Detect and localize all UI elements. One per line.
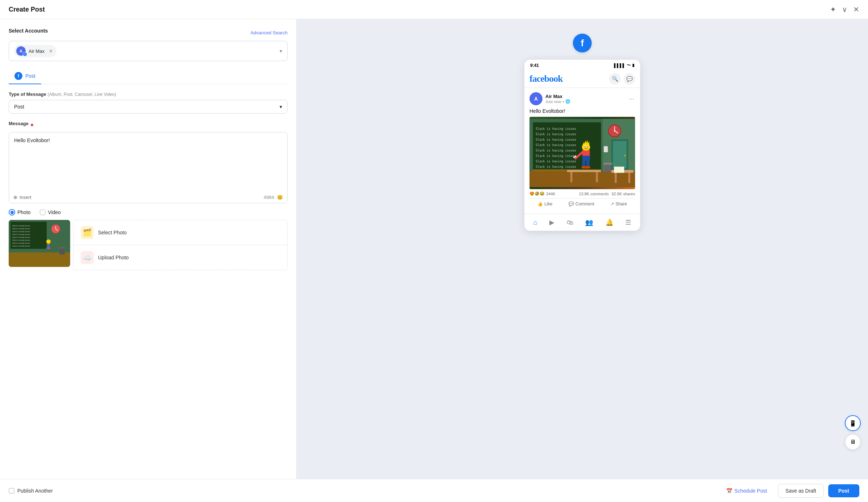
post-meta: Just now • 🌐 — [545, 99, 570, 104]
post-separator: • — [562, 99, 564, 104]
svg-text:Slack is having issues: Slack is having issues — [536, 127, 576, 131]
nav-play-icon[interactable]: ▶ — [548, 217, 556, 228]
svg-text:Slack is having issues: Slack is having issues — [536, 138, 576, 141]
page-title: Create Post — [9, 6, 45, 13]
svg-rect-35 — [624, 155, 626, 157]
svg-point-62 — [585, 166, 591, 169]
phone-status-bar: 9:41 ▌▌▌▌ 〜 ▮ — [524, 60, 640, 71]
svg-text:Slack is having issues: Slack is having issues — [536, 143, 576, 147]
pin-icon[interactable]: ✦ — [830, 5, 836, 14]
photo-radio-label[interactable]: Photo — [9, 209, 31, 216]
messenger-icon[interactable]: 💬 — [624, 73, 635, 85]
nav-home-icon[interactable]: ⌂ — [532, 217, 539, 228]
post-button[interactable]: Post — [828, 484, 859, 497]
calendar-icon: 📅 — [726, 488, 732, 494]
media-type-row: Photo Video — [9, 209, 288, 216]
advanced-search-link[interactable]: Advanced Search — [250, 30, 288, 35]
like-label: Like — [544, 201, 552, 207]
save-as-draft-button[interactable]: Save as Draft — [778, 484, 824, 498]
nav-bell-icon[interactable]: 🔔 — [604, 217, 615, 228]
nav-people-icon[interactable]: 👥 — [584, 217, 595, 228]
reactions-stats: 13.8K comments 62.6K shares — [579, 192, 635, 196]
photo-strip: Slack is having issues Slack is having i… — [9, 220, 288, 270]
insert-button[interactable]: ⊕ Insert — [13, 195, 31, 200]
svg-point-52 — [587, 146, 588, 148]
classroom-thumbnail-svg: Slack is having issues Slack is having i… — [9, 220, 70, 267]
nav-menu-icon[interactable]: ☰ — [624, 217, 633, 228]
radio-selected-indicator — [10, 211, 14, 214]
svg-text:Slack is having issues: Slack is having issues — [536, 159, 576, 163]
post-actions: 👍 Like 💬 Comment ↗ Share — [529, 199, 635, 209]
upload-photo-button[interactable]: ☁️ Upload Photo — [73, 245, 287, 270]
svg-rect-66 — [570, 172, 573, 182]
svg-text:Slack is having issues: Slack is having issues — [12, 236, 30, 238]
message-type-dropdown[interactable]: Post ▾ — [9, 100, 288, 114]
account-tag: A f Air Max ✕ — [14, 45, 56, 57]
main-layout: Select Accounts Advanced Search A f Air … — [0, 19, 868, 479]
top-bar: Create Post ✦ ∨ ✕ — [0, 0, 868, 19]
post-privacy-icon: 🌐 — [565, 99, 570, 104]
photo-label: Photo — [17, 209, 31, 215]
post-more-icon[interactable]: ⋯ — [629, 95, 635, 102]
tab-post[interactable]: f Post — [9, 68, 41, 84]
like-button[interactable]: 👍 Like — [535, 200, 555, 208]
publish-another-checkbox[interactable] — [9, 488, 14, 494]
accounts-dropdown[interactable]: A f Air Max ✕ ▾ — [9, 41, 288, 61]
svg-rect-20 — [59, 247, 65, 248]
svg-text:Slack is having issues: Slack is having issues — [12, 239, 30, 241]
textarea-footer: ⊕ Insert 4984 😊 — [9, 192, 287, 203]
svg-text:Slack is having issues: Slack is having issues — [12, 242, 30, 244]
select-photo-button[interactable]: 🗂️ Select Photo — [73, 220, 287, 245]
svg-rect-44 — [628, 173, 630, 183]
select-accounts-label: Select Accounts — [9, 28, 48, 34]
svg-point-51 — [584, 146, 586, 148]
dropdown-chevron-icon: ▾ — [280, 48, 282, 54]
post-author-avatar: A — [529, 92, 542, 105]
reaction-count: 244K — [546, 192, 556, 196]
post-author-details: Air Max Just now • 🌐 — [545, 94, 570, 104]
svg-text:Slack is having issues: Slack is having issues — [536, 132, 576, 136]
svg-text:Slack is having issues: Slack is having issues — [12, 245, 30, 247]
message-textarea[interactable]: Hello Evoltobor! — [9, 132, 287, 190]
svg-text:Slack is having issues: Slack is having issues — [536, 149, 576, 152]
svg-rect-67 — [596, 172, 598, 182]
status-icons: ▌▌▌▌ 〜 ▮ — [614, 63, 634, 68]
post-image-svg: Slack is having issues Slack is having i… — [529, 117, 635, 189]
emoji-icon[interactable]: 😊 — [277, 195, 283, 200]
svg-text:Slack is having issues: Slack is having issues — [12, 227, 30, 230]
message-input-container: Hello Evoltobor! ⊕ Insert 4984 😊 — [9, 132, 288, 203]
svg-rect-64 — [603, 163, 612, 165]
mobile-view-button[interactable]: 📱 — [845, 415, 861, 431]
svg-rect-40 — [604, 146, 608, 152]
shares-count: 62.6K shares — [612, 192, 635, 196]
desktop-view-button[interactable]: 🖥 — [845, 434, 861, 450]
svg-text:Slack is having issues: Slack is having issues — [12, 225, 30, 227]
phone-mockup: 9:41 ▌▌▌▌ 〜 ▮ facebook 🔍 💬 — [524, 60, 640, 231]
upload-photo-icon: ☁️ — [81, 251, 94, 264]
comment-button[interactable]: 💬 Comment — [566, 200, 597, 208]
svg-text:Slack is having issues: Slack is having issues — [12, 233, 30, 235]
reactions-row: 😍🤣😂 244K 13.8K comments 62.6K shares — [529, 189, 635, 199]
fb-header-icons: 🔍 💬 — [609, 73, 635, 85]
share-label: Share — [616, 201, 627, 207]
video-radio-button[interactable] — [39, 209, 46, 216]
share-button[interactable]: ↗ Share — [608, 200, 630, 208]
publish-another-label: Publish Another — [17, 488, 53, 494]
nav-store-icon[interactable]: 🛍 — [565, 217, 575, 228]
message-section: Message Hello Evoltobor! ⊕ Insert 4984 😊 — [9, 121, 288, 203]
schedule-post-button[interactable]: 📅 Schedule Post — [720, 484, 774, 497]
facebook-tab-icon: f — [14, 72, 22, 80]
post-timestamp: Just now — [545, 99, 561, 104]
select-photo-icon: 🗂️ — [81, 226, 94, 239]
search-icon[interactable]: 🔍 — [609, 73, 621, 85]
close-icon[interactable]: ✕ — [853, 5, 859, 14]
video-radio-label[interactable]: Video — [39, 209, 61, 216]
publish-another-checkbox-area[interactable]: Publish Another — [9, 488, 53, 494]
wifi-icon: 〜 — [627, 63, 631, 68]
minimize-icon[interactable]: ∨ — [842, 5, 847, 14]
svg-text:Slack is having issues: Slack is having issues — [536, 154, 576, 158]
message-type-chevron-icon: ▾ — [280, 104, 282, 110]
remove-account-button[interactable]: ✕ — [49, 48, 53, 54]
accounts-section-header: Select Accounts Advanced Search — [9, 28, 288, 37]
photo-radio-button[interactable] — [9, 209, 15, 216]
